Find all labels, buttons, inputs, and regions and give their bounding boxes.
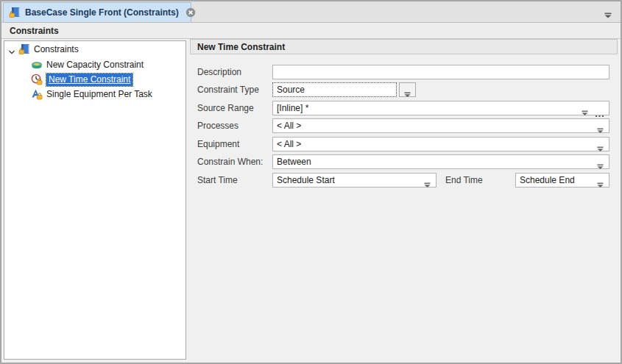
tree-item-single-equipment-per-task[interactable]: Single Equipment Per Task <box>4 87 152 101</box>
constraints-folder-icon <box>18 43 30 55</box>
detail-panel-header: New Time Constraint <box>190 39 618 54</box>
capacity-constraint-icon <box>31 59 43 71</box>
start-time-combo[interactable]: Schedule Start <box>272 173 437 188</box>
source-range-combo[interactable]: [Inline] * <box>272 101 609 115</box>
panel-title: Constraints <box>10 26 59 36</box>
constraint-type-value: Source <box>277 85 305 95</box>
source-range-value: [Inline] * <box>277 103 308 113</box>
tree-item-new-time-constraint[interactable]: New Time Constraint <box>4 72 132 87</box>
dropdown-arrow-icon <box>404 88 411 93</box>
dropdown-arrow-icon[interactable] <box>597 160 604 165</box>
tree-root-constraints[interactable]: Constraints <box>4 42 79 57</box>
equipment-combo[interactable]: < All > <box>272 137 609 151</box>
equipment-label: Equipment <box>197 137 239 151</box>
tree-root-label: Constraints <box>34 44 79 54</box>
tree-item-label: Single Equipment Per Task <box>46 89 152 99</box>
close-icon[interactable] <box>185 7 196 18</box>
source-range-label: Source Range <box>197 101 254 115</box>
start-time-value: Schedule Start <box>277 175 335 185</box>
constrain-when-combo[interactable]: Between <box>272 154 609 169</box>
processes-label: Processes <box>197 118 238 133</box>
dropdown-arrow-icon[interactable] <box>597 142 604 148</box>
tree-item-new-capacity-constraint[interactable]: New Capacity Constraint <box>4 57 144 72</box>
tab-list-dropdown-icon[interactable] <box>604 8 612 14</box>
constraints-panel-header: Constraints <box>1 22 621 39</box>
dropdown-arrow-icon[interactable] <box>582 106 588 112</box>
description-input[interactable] <box>272 65 609 79</box>
dropdown-arrow-icon[interactable] <box>597 124 604 129</box>
time-constraint-icon <box>31 74 43 85</box>
processes-combo[interactable]: < All > <box>272 118 609 133</box>
processes-value: < All > <box>277 121 301 131</box>
schedule-workbook-icon <box>9 7 21 18</box>
tree-item-label-selected: New Time Constraint <box>46 74 132 86</box>
tree-item-label: New Capacity Constraint <box>46 60 144 70</box>
detail-title: New Time Constraint <box>197 42 285 52</box>
dropdown-arrow-icon[interactable] <box>597 178 604 184</box>
app-window: BaseCase Single Front (Constraints) Cons… <box>0 0 622 364</box>
constraint-type-dropdown-button[interactable] <box>399 82 416 97</box>
description-label: Description <box>197 65 241 79</box>
document-tab-bar: BaseCase Single Front (Constraints) <box>1 1 621 22</box>
equipment-constraint-icon <box>31 88 43 100</box>
constraint-type-combo[interactable]: Source <box>272 82 397 97</box>
ellipsis-button[interactable] <box>596 107 604 110</box>
start-time-label: Start Time <box>197 173 238 188</box>
tab-title: BaseCase Single Front (Constraints) <box>25 7 179 18</box>
end-time-label: End Time <box>445 173 483 188</box>
constrain-when-value: Between <box>277 157 311 167</box>
constraint-type-label: Constraint Type <box>197 82 259 97</box>
equipment-value: < All > <box>277 139 301 149</box>
tab-basecase-single-front[interactable]: BaseCase Single Front (Constraints) <box>3 2 191 22</box>
constrain-when-label: Constrain When: <box>197 154 263 169</box>
end-time-value: Schedule End <box>520 175 575 185</box>
end-time-combo[interactable]: Schedule End <box>515 173 609 188</box>
expander-icon[interactable] <box>8 46 15 53</box>
dropdown-arrow-icon[interactable] <box>424 178 431 184</box>
